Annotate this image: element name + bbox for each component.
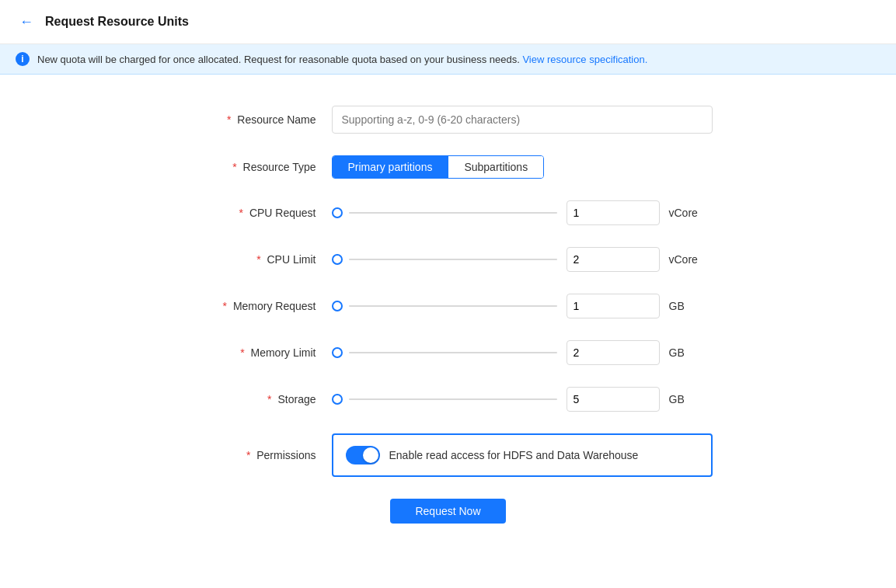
- header: ← Request Resource Units: [0, 0, 896, 44]
- resource-name-row: * Resource Name: [176, 106, 720, 134]
- cpu-request-slider-dot[interactable]: [332, 207, 343, 218]
- storage-input[interactable]: [567, 387, 660, 412]
- memory-request-input[interactable]: [567, 294, 660, 318]
- permissions-text: Enable read access for HDFS and Data War…: [389, 449, 639, 461]
- memory-limit-slider-track[interactable]: [349, 352, 557, 353]
- view-spec-link[interactable]: View resource specification.: [522, 54, 647, 65]
- cpu-request-unit: vCore: [669, 207, 700, 219]
- memory-request-slider-wrapper: [332, 301, 557, 311]
- permissions-label: * Permissions: [176, 449, 332, 461]
- memory-request-row: * Memory Request GB: [176, 294, 720, 318]
- form-section: * Resource Name * Resource Type Primary …: [176, 106, 720, 524]
- resource-name-control: [332, 106, 720, 134]
- permissions-row: * Permissions Enable read access for HDF…: [176, 433, 720, 477]
- memory-limit-row: * Memory Limit GB: [176, 340, 720, 365]
- memory-limit-control: GB: [332, 340, 720, 365]
- cpu-limit-control: vCore: [332, 247, 720, 272]
- cpu-request-slider-wrapper: [332, 207, 557, 218]
- request-now-button[interactable]: Request Now: [390, 499, 505, 524]
- cpu-limit-unit: vCore: [669, 253, 700, 266]
- memory-limit-label: * Memory Limit: [176, 346, 332, 359]
- storage-slider-dot[interactable]: [332, 394, 343, 405]
- resource-type-row: * Resource Type Primary partitions Subpa…: [176, 155, 720, 179]
- memory-limit-slider-wrapper: [332, 347, 557, 358]
- cpu-limit-slider-track[interactable]: [349, 259, 557, 260]
- info-banner: i New quota will be charged for once all…: [0, 44, 896, 75]
- cpu-request-label: * CPU Request: [176, 207, 332, 219]
- cpu-limit-input[interactable]: [567, 247, 660, 272]
- primary-partitions-btn[interactable]: Primary partitions: [333, 156, 448, 178]
- memory-limit-slider-dot[interactable]: [332, 347, 343, 358]
- back-button[interactable]: ←: [16, 11, 37, 33]
- memory-request-slider-dot[interactable]: [332, 301, 343, 311]
- storage-slider-track[interactable]: [349, 398, 557, 400]
- permissions-box: Enable read access for HDFS and Data War…: [332, 433, 713, 477]
- subpartitions-btn[interactable]: Subpartitions: [448, 156, 543, 178]
- memory-request-control: GB: [332, 294, 720, 318]
- permissions-toggle[interactable]: [346, 446, 380, 464]
- cpu-limit-slider-wrapper: [332, 254, 557, 265]
- permissions-control: Enable read access for HDFS and Data War…: [332, 433, 720, 477]
- memory-request-label: * Memory Request: [176, 300, 332, 312]
- cpu-limit-slider-dot[interactable]: [332, 254, 343, 265]
- storage-slider-wrapper: [332, 394, 557, 405]
- storage-control: GB: [332, 387, 720, 412]
- toggle-knob: [363, 447, 378, 463]
- storage-row: * Storage GB: [176, 387, 720, 412]
- storage-unit: GB: [669, 393, 700, 405]
- memory-limit-unit: GB: [669, 346, 700, 359]
- cpu-limit-row: * CPU Limit vCore: [176, 247, 720, 272]
- back-icon: ←: [19, 14, 33, 30]
- cpu-request-slider-track[interactable]: [349, 212, 557, 214]
- page-title: Request Resource Units: [45, 15, 189, 29]
- cpu-limit-label: * CPU Limit: [176, 253, 332, 266]
- cpu-request-row: * CPU Request vCore: [176, 200, 720, 225]
- submit-row: Request Now: [176, 499, 720, 524]
- memory-limit-input[interactable]: [567, 340, 660, 365]
- memory-request-unit: GB: [669, 300, 700, 312]
- resource-name-label: * Resource Name: [176, 113, 332, 126]
- info-icon: i: [16, 52, 30, 66]
- resource-type-toggle-group: Primary partitions Subpartitions: [332, 155, 545, 179]
- storage-label: * Storage: [176, 393, 332, 405]
- resource-type-label: * Resource Type: [176, 161, 332, 173]
- main-content: * Resource Name * Resource Type Primary …: [60, 75, 837, 555]
- info-banner-text: New quota will be charged for once alloc…: [37, 54, 647, 65]
- resource-type-control: Primary partitions Subpartitions: [332, 155, 720, 179]
- cpu-request-control: vCore: [332, 200, 720, 225]
- memory-request-slider-track[interactable]: [349, 305, 557, 307]
- cpu-request-input[interactable]: [567, 200, 660, 225]
- resource-name-input[interactable]: [332, 106, 713, 134]
